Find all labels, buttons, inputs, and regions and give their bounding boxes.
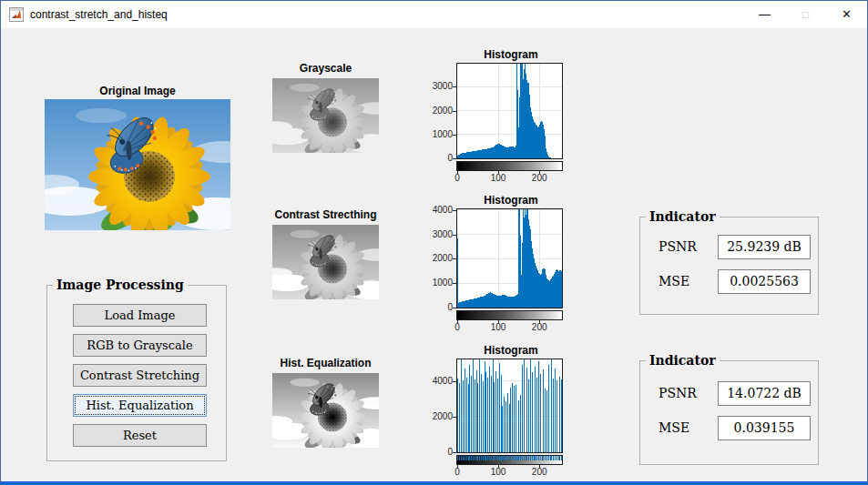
y-tick-label: 4000 bbox=[407, 205, 453, 215]
original-image bbox=[45, 99, 230, 230]
x-tick-label: 0 bbox=[441, 173, 474, 183]
y-tick-mark bbox=[453, 86, 456, 87]
x-tick-label: 0 bbox=[441, 322, 474, 332]
image-processing-panel: Image Processing Load Image RGB to Grays… bbox=[46, 285, 227, 461]
y-tick-mark bbox=[453, 235, 456, 236]
histogram-canvas bbox=[457, 64, 562, 158]
histogram-grayscale: Histogram 01000200030000100200 bbox=[402, 45, 620, 197]
histeq-image bbox=[272, 373, 379, 448]
panel-title: Indicator bbox=[646, 353, 720, 368]
contrast-stretching-button[interactable]: Contrast Stretching bbox=[73, 364, 207, 387]
x-tick-mark bbox=[457, 465, 458, 468]
indicator-panel-histeq: Indicator PSNR 14.0722 dB MSE 0.039155 bbox=[639, 360, 819, 465]
mse-field[interactable]: 0.039155 bbox=[718, 416, 811, 440]
grayscale-colorbar bbox=[456, 161, 563, 171]
y-tick-mark bbox=[453, 283, 456, 284]
x-tick-label: 0 bbox=[441, 467, 474, 477]
y-tick-mark bbox=[453, 381, 456, 382]
y-tick-label: 2000 bbox=[407, 253, 453, 263]
load-image-button[interactable]: Load Image bbox=[73, 304, 207, 327]
histogram-contrast: Histogram 010002000300040000100200 bbox=[402, 190, 620, 343]
histeq-image-label: Hist. Equalization bbox=[263, 357, 388, 369]
x-tick-label: 200 bbox=[523, 322, 556, 332]
psnr-field[interactable]: 25.9239 dB bbox=[718, 235, 811, 259]
x-tick-mark bbox=[498, 171, 499, 174]
y-tick-label: 2000 bbox=[407, 411, 453, 421]
histogram-canvas bbox=[457, 359, 562, 452]
x-tick-label: 100 bbox=[482, 322, 515, 332]
psnr-label: PSNR bbox=[659, 386, 697, 400]
x-tick-mark bbox=[539, 171, 540, 174]
x-tick-mark bbox=[457, 320, 458, 323]
colorbar-spike-mark bbox=[561, 456, 562, 460]
contrast-stretched-image bbox=[272, 225, 379, 299]
mse-label: MSE bbox=[659, 274, 689, 288]
y-tick-label: 3000 bbox=[407, 229, 453, 239]
contrast-image-label: Contrast Strecthing bbox=[263, 208, 388, 221]
y-tick-mark bbox=[453, 135, 456, 136]
histogram-plot bbox=[456, 63, 563, 159]
grayscale-image bbox=[272, 78, 379, 153]
panel-title: Image Processing bbox=[53, 278, 188, 292]
x-tick-mark bbox=[457, 171, 458, 174]
panel-title: Indicator bbox=[646, 209, 720, 224]
x-tick-mark bbox=[539, 320, 540, 323]
window-title: contrast_stretch_and_histeq bbox=[30, 1, 168, 28]
minimize-icon[interactable]: — bbox=[744, 1, 785, 28]
y-tick-label: 2000 bbox=[407, 106, 453, 116]
mse-label: MSE bbox=[659, 420, 689, 435]
y-tick-label: 0 bbox=[407, 302, 453, 312]
psnr-field[interactable]: 14.0722 dB bbox=[718, 381, 811, 406]
y-tick-mark bbox=[453, 111, 456, 112]
close-icon[interactable]: ✕ bbox=[826, 1, 867, 28]
indicator-panel-contrast: Indicator PSNR 25.9239 dB MSE 0.0025563 bbox=[639, 217, 819, 315]
x-tick-mark bbox=[539, 465, 540, 468]
histogram-title: Histogram bbox=[403, 344, 618, 357]
y-tick-mark bbox=[453, 417, 456, 418]
y-tick-label: 0 bbox=[407, 153, 453, 163]
reset-button[interactable]: Reset bbox=[73, 424, 207, 447]
hist-equalization-button[interactable]: Hist. Equalization bbox=[73, 394, 207, 417]
matlab-icon bbox=[9, 7, 24, 22]
figure-canvas: Original Image Grayscale Contrast Strect… bbox=[1, 28, 867, 481]
titlebar: contrast_stretch_and_histeq — □ ✕ bbox=[1, 1, 867, 28]
y-tick-mark bbox=[453, 452, 456, 453]
histogram-plot bbox=[456, 208, 563, 308]
original-image-label: Original Image bbox=[45, 85, 230, 97]
y-tick-mark bbox=[453, 258, 456, 259]
y-tick-label: 1000 bbox=[407, 278, 453, 288]
grayscale-colorbar bbox=[456, 310, 563, 320]
x-tick-label: 100 bbox=[482, 467, 515, 477]
y-tick-label: 4000 bbox=[407, 376, 453, 386]
y-tick-label: 0 bbox=[407, 447, 453, 457]
grayscale-image-label: Grayscale bbox=[263, 62, 388, 75]
caption-buttons: — □ ✕ bbox=[744, 1, 867, 28]
psnr-label: PSNR bbox=[659, 239, 697, 254]
rgb-to-grayscale-button[interactable]: RGB to Grayscale bbox=[73, 334, 207, 357]
y-tick-label: 1000 bbox=[407, 129, 453, 139]
app-window: contrast_stretch_and_histeq — □ ✕ bbox=[0, 0, 868, 485]
y-tick-mark bbox=[453, 158, 456, 159]
x-tick-label: 200 bbox=[523, 173, 556, 183]
histogram-title: Histogram bbox=[403, 48, 618, 61]
histogram-histeq: Histogram 0200040000100200 bbox=[402, 340, 620, 485]
x-tick-label: 200 bbox=[523, 467, 556, 477]
x-tick-label: 100 bbox=[482, 173, 515, 183]
x-tick-mark bbox=[498, 320, 499, 323]
mse-field[interactable]: 0.0025563 bbox=[718, 269, 811, 294]
x-tick-mark bbox=[498, 465, 499, 468]
histogram-plot bbox=[456, 359, 563, 453]
grayscale-colorbar bbox=[456, 455, 563, 465]
y-tick-mark bbox=[453, 308, 456, 308]
maximize-icon[interactable]: □ bbox=[785, 1, 826, 28]
y-tick-label: 3000 bbox=[407, 81, 453, 91]
histogram-canvas bbox=[457, 209, 562, 308]
y-tick-mark bbox=[453, 210, 456, 211]
